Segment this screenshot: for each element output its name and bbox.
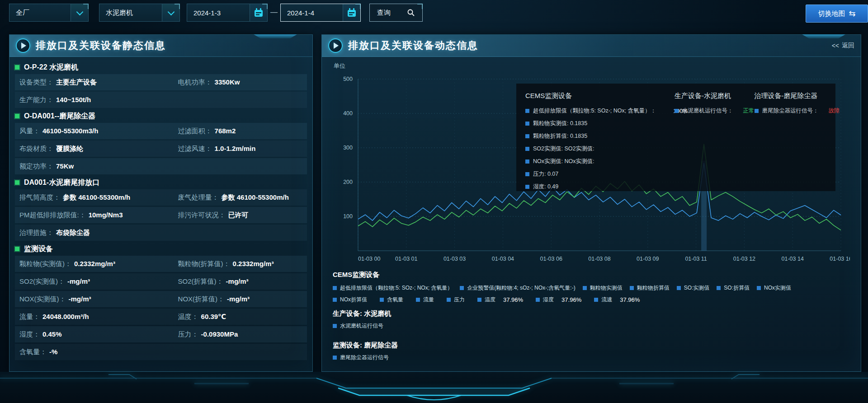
legend-item[interactable]: SO:实测值 xyxy=(677,284,710,292)
start-date-value: 2024-1-3 xyxy=(187,9,250,17)
field-label: 温度： xyxy=(178,313,198,321)
legend-item[interactable]: 超低排放限值（颗拉物:5: SOz-; NOx; 含氧量） xyxy=(333,284,453,292)
bottom-tech-frame-decoration xyxy=(0,372,868,403)
field-label: 排气筒高度： xyxy=(19,193,60,202)
tooltip-cems-items: 超低排放限值（颗拉物:5: SOz-; NOx; 含氧量）：100%颗粒物实测值… xyxy=(525,107,675,191)
tooltip-item-label: 颗粒物实测值: 0.1835 xyxy=(533,120,587,127)
field-label: 颗粒物(实测值)： xyxy=(19,260,71,268)
legend-item-label: SO:实测值 xyxy=(684,284,710,292)
tooltip-item-label: SO2实测值: SO2实测值: xyxy=(533,145,594,153)
legend-item-label: 颗粒物折算值 xyxy=(637,284,670,292)
info-cell: 颗粒物(折算值)：0.2332mg/m³ xyxy=(178,260,302,268)
blue-square-icon xyxy=(525,172,529,176)
section-heading: DA001-水泥磨尾排放口 xyxy=(15,176,307,189)
field-label: 电机功率： xyxy=(178,78,212,87)
field-value: 768m2 xyxy=(215,127,236,135)
device-select-dropdown-button[interactable] xyxy=(162,4,179,21)
svg-text:01-03 03: 01-03 03 xyxy=(443,256,466,262)
info-row: 风量：46100-55300m3/h过滤面积：768m2 xyxy=(15,123,307,139)
info-cell: 颗粒物(实测值)：0.2332mg/m³ xyxy=(19,260,178,268)
chart-tooltip: CEMS监测设备 超低排放限值（颗拉物:5: SOz-; NOx; 含氧量）：1… xyxy=(516,84,835,191)
legend-item[interactable]: NOx折算值 xyxy=(333,296,367,304)
blue-square-icon xyxy=(525,134,529,138)
search-icon xyxy=(407,9,415,17)
legend-row: 超低排放限值（颗拉物:5: SOz-; NOx; 含氧量）企业预警值(颗粒物:4… xyxy=(333,284,853,292)
y-axis-unit-label: 单位 xyxy=(334,62,345,70)
legend-item[interactable]: 温度37.96% xyxy=(477,296,523,304)
calendar-icon[interactable] xyxy=(250,4,267,21)
static-info-panel-title: 排放口及关联设备静态信息 xyxy=(36,39,166,52)
query-button[interactable]: 查询 xyxy=(369,4,423,22)
legend-item[interactable]: 颗粒物折算值 xyxy=(630,284,670,292)
plant-select-dropdown-button[interactable] xyxy=(71,4,88,21)
plant-select[interactable]: 全厂 xyxy=(9,4,89,22)
legend-item[interactable]: 颗粒物实测值 xyxy=(583,284,623,292)
back-button[interactable]: << 返回 xyxy=(832,42,854,50)
svg-text:01-03 16: 01-03 16 xyxy=(830,256,850,262)
legend-item-label: 企业预警值(颗粒物:4; sOz-; NOx-;含氧气量:-) xyxy=(467,284,575,292)
field-label: PM超低排排放限值:： xyxy=(19,211,86,220)
info-cell: 压力：-0.0930MPa xyxy=(178,330,302,339)
tooltip-item-label: NOx实测值: NOx实测值: xyxy=(533,158,594,165)
green-square-icon xyxy=(15,114,19,118)
tooltip-item-label: 颗粒物折算值: 0.1835 xyxy=(533,132,587,140)
info-cell: 排污许可状况：已许可 xyxy=(178,211,302,220)
legend-item[interactable]: 水泥磨机运行信号 xyxy=(333,322,383,330)
legend-item-label: 磨尾除尘器运行信号 xyxy=(340,354,389,361)
field-label: 设备类型： xyxy=(19,78,53,87)
legend-item-label: 水泥磨机运行信号 xyxy=(340,322,383,330)
tooltip-treatment-column: 治理设备-磨尾除尘器 磨尾除尘器运行信号： 故障 xyxy=(755,92,840,183)
field-value: 参数 46100-55300m/h xyxy=(63,193,130,202)
info-cell: 排气筒高度：参数 46100-55300m/h xyxy=(19,193,178,202)
back-button-label: 返回 xyxy=(842,42,854,50)
field-value: -mg/m³ xyxy=(69,295,91,303)
end-date-input[interactable]: 2024-1-4 xyxy=(280,4,361,22)
info-row: 生产能力：140~150t/h xyxy=(15,92,307,108)
start-date-input[interactable]: 2024-1-3 xyxy=(187,4,268,22)
info-cell: 设备类型：主要生产设备 xyxy=(19,78,178,87)
legend-item[interactable]: 湿度37.96% xyxy=(536,296,581,304)
field-label: 压力： xyxy=(178,330,198,339)
static-info-list: O-P-22 水泥磨机设备类型：主要生产设备电机功率：3350Kw生产能力：14… xyxy=(9,57,312,360)
info-row: PM超低排排放限值:：10mg/Nm3排污许可状况：已许可 xyxy=(15,207,307,223)
calendar-icon[interactable] xyxy=(343,4,360,21)
tooltip-item: 磨尾除尘器运行信号： 故障 xyxy=(755,107,840,115)
field-value: 覆膜涤纶 xyxy=(56,145,83,153)
info-cell: 过滤风速：1.0-1.2m/min xyxy=(178,145,302,153)
svg-text:200: 200 xyxy=(343,179,353,185)
svg-text:01-03 14: 01-03 14 xyxy=(782,256,804,262)
legend-item[interactable]: NOx实测值 xyxy=(757,284,791,292)
blue-square-icon xyxy=(755,109,759,113)
info-row: 治理措施：布袋除尘器 xyxy=(15,225,307,241)
section-heading: O-P-22 水泥磨机 xyxy=(15,61,307,74)
info-row: 颗粒物(实测值)：0.2332mg/m³颗粒物(折算值)：0.2332mg/m³ xyxy=(15,256,307,272)
field-value: 参数 46100-55300m/h xyxy=(222,193,289,202)
field-value: -mg/m³ xyxy=(67,277,90,285)
legend-item-label: 压力 xyxy=(454,296,465,304)
date-range-separator: — xyxy=(270,8,278,16)
legend-item[interactable]: 压力 xyxy=(447,296,465,304)
tooltip-item: 颗粒物实测值: 0.1835 xyxy=(525,120,675,127)
field-value: -% xyxy=(49,348,57,356)
section-heading-label: O-DA001--磨尾除尘器 xyxy=(24,112,95,121)
device-select[interactable]: 水泥磨机 xyxy=(99,4,180,22)
legend-item-label: 超低排放限值（颗拉物:5: SOz-; NOx; 含氧量） xyxy=(340,284,453,292)
legend-item[interactable]: 企业预警值(颗粒物:4; sOz-; NOx-;含氧气量:-) xyxy=(460,284,575,292)
info-row: 设备类型：主要生产设备电机功率：3350Kw xyxy=(15,74,307,90)
blue-square-icon xyxy=(536,298,540,302)
blue-square-icon xyxy=(380,298,384,302)
field-label: 治理措施： xyxy=(19,229,53,237)
legend-production-title: 生产设备: 水泥磨机 xyxy=(333,309,391,318)
legend-item[interactable]: 流量 xyxy=(416,296,434,304)
legend-item[interactable]: 含氧量 xyxy=(380,296,403,304)
info-cell: 生产能力：140~150t/h xyxy=(19,96,178,104)
legend-item[interactable]: 流速37.96% xyxy=(594,296,640,304)
switch-map-button[interactable]: 切换地图 ⇆ xyxy=(806,5,868,23)
legend-item-label: NOx折算值 xyxy=(340,296,367,304)
legend-row: NOx折算值含氧量流量压力温度37.96%湿度37.96%流速37.96% xyxy=(333,296,853,304)
tooltip-item: 颗粒物折算值: 0.1835 xyxy=(525,132,675,140)
legend-item[interactable]: SO:折算值 xyxy=(717,284,750,292)
legend-item[interactable]: 磨尾除尘器运行信号 xyxy=(333,354,389,361)
info-cell: 风量：46100-55300m3/h xyxy=(19,127,178,136)
svg-text:01-03 00: 01-03 00 xyxy=(358,256,380,262)
